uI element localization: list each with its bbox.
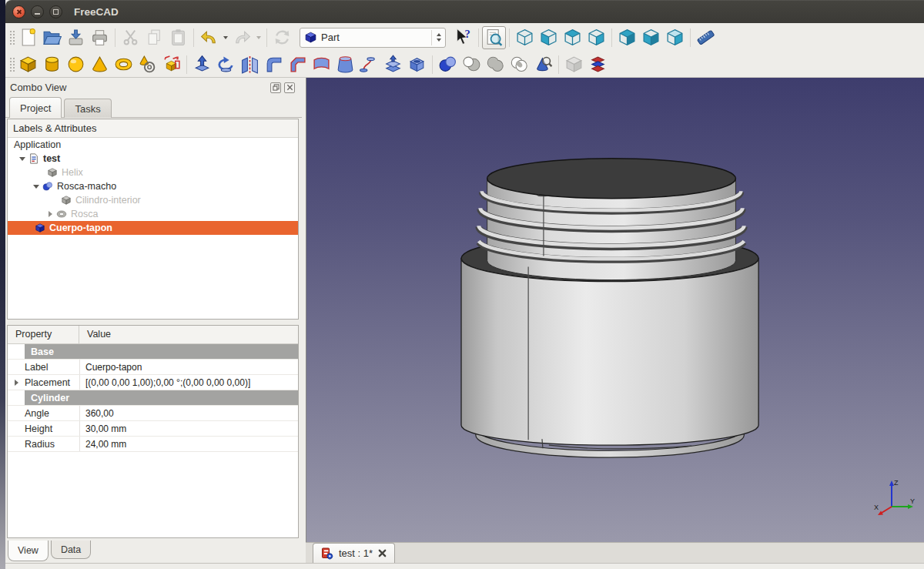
- defeaturing-button[interactable]: [562, 54, 586, 75]
- property-value[interactable]: 30,00 mm: [79, 421, 298, 436]
- refresh-button[interactable]: [270, 26, 294, 49]
- expander-closed-icon[interactable]: [46, 211, 54, 217]
- workbench-selector-spinner[interactable]: [431, 30, 441, 45]
- blue-cube-icon: [35, 223, 45, 233]
- property-value[interactable]: 360,00: [79, 406, 298, 420]
- print-button[interactable]: [88, 26, 112, 49]
- open-button[interactable]: [40, 26, 64, 49]
- sweep-icon: [360, 55, 379, 74]
- rear-view-icon: [618, 28, 637, 47]
- extrude-button[interactable]: [190, 54, 214, 75]
- fillet-icon: [264, 55, 283, 74]
- loft-button[interactable]: [333, 54, 357, 75]
- offset-button[interactable]: [381, 54, 405, 75]
- expander-closed-icon[interactable]: [15, 380, 18, 386]
- section-button[interactable]: [531, 54, 555, 75]
- property-row-placement[interactable]: Placement [(0,00 0,00 1,00);0,00 °;(0,00…: [8, 375, 298, 390]
- expander-open-icon[interactable]: [18, 157, 26, 161]
- union-icon: [486, 55, 505, 74]
- paste-button[interactable]: [166, 26, 190, 49]
- tab-tasks[interactable]: Tasks: [64, 99, 111, 118]
- create-primitives-button[interactable]: [136, 54, 159, 75]
- ruled-surface-button[interactable]: [310, 54, 333, 75]
- minimize-window-button[interactable]: [31, 5, 44, 18]
- property-value[interactable]: Cuerpo-tapon: [79, 360, 298, 374]
- property-row-radius[interactable]: Radius 24,00 mm: [8, 437, 298, 452]
- shape-builder-button[interactable]: [159, 54, 183, 75]
- tree-item-helix[interactable]: Helix: [8, 166, 298, 179]
- fit-all-button[interactable]: [482, 26, 506, 49]
- revolve-button[interactable]: [214, 54, 238, 75]
- cylinder-button[interactable]: [40, 54, 64, 75]
- value-column-header: Value: [79, 326, 111, 343]
- property-value[interactable]: [(0,00 0,00 1,00);0,00 °;(0,00 0,00 0,00…: [79, 375, 298, 390]
- axonometric-view-button[interactable]: [513, 26, 537, 49]
- top-view-button[interactable]: [561, 26, 584, 49]
- close-window-button[interactable]: [12, 5, 25, 18]
- tab-project[interactable]: Project: [9, 97, 62, 118]
- property-group-cylinder[interactable]: Cylinder: [8, 390, 298, 406]
- front-view-button[interactable]: [537, 26, 561, 49]
- boolean-button[interactable]: [436, 54, 460, 75]
- document-tab-test[interactable]: test : 1*: [313, 543, 395, 563]
- close-tab-button[interactable]: [378, 549, 387, 557]
- cross-sections-button[interactable]: [586, 54, 610, 75]
- tree-header: Labels & Attributes: [8, 119, 298, 138]
- property-group-base[interactable]: Base: [8, 344, 298, 360]
- close-panel-button[interactable]: [284, 82, 295, 93]
- undo-button[interactable]: [197, 26, 221, 49]
- tab-view[interactable]: View: [8, 541, 49, 561]
- threaded-jar-model: [306, 78, 924, 542]
- axis-z-label: Z: [894, 479, 899, 487]
- new-document-button[interactable]: [16, 26, 40, 49]
- tree-item-cuerpo-tapon[interactable]: Cuerpo-tapon: [8, 221, 298, 235]
- cut-button[interactable]: [119, 26, 142, 49]
- sphere-button[interactable]: [64, 54, 88, 75]
- axis-x-label: X: [874, 504, 879, 511]
- fillet-button[interactable]: [262, 54, 286, 75]
- tree-item-rosca[interactable]: Rosca: [8, 207, 298, 221]
- torus-button[interactable]: [112, 54, 136, 75]
- property-row-height[interactable]: Height 30,00 mm: [8, 421, 298, 437]
- thickness-button[interactable]: [405, 54, 429, 75]
- model-tree: Labels & Attributes Application test Hel…: [7, 119, 299, 320]
- tree-item-application[interactable]: Application: [8, 138, 298, 152]
- workbench-selector[interactable]: Part: [300, 28, 446, 48]
- tree-item-test[interactable]: test: [8, 152, 298, 166]
- whats-this-button[interactable]: [451, 26, 475, 49]
- left-view-button[interactable]: [663, 26, 687, 49]
- cut-boolean-button[interactable]: [460, 54, 484, 75]
- save-button[interactable]: [64, 26, 88, 49]
- right-view-button[interactable]: [584, 26, 608, 49]
- sweep-button[interactable]: [357, 54, 381, 75]
- 3d-viewport[interactable]: Z Y X: [306, 78, 924, 542]
- measure-button[interactable]: [694, 26, 718, 49]
- tree-item-cilindro-interior[interactable]: Cilindro-interior: [8, 193, 298, 207]
- torus-icon: [114, 55, 133, 74]
- open-folder-icon: [42, 28, 62, 47]
- toolbar-separator: [115, 28, 116, 47]
- redo-button[interactable]: [230, 26, 254, 49]
- rear-view-button[interactable]: [615, 26, 639, 49]
- maximize-window-button[interactable]: [49, 5, 62, 18]
- tree-item-rosca-macho[interactable]: Rosca-macho: [8, 179, 298, 193]
- undo-dropdown-button[interactable]: [221, 26, 230, 49]
- expander-open-icon[interactable]: [32, 185, 40, 189]
- copy-button[interactable]: [142, 26, 166, 49]
- mirror-button[interactable]: [238, 54, 262, 75]
- property-row-angle[interactable]: Angle 360,00: [8, 406, 298, 421]
- toolbar-drag-handle[interactable]: [8, 29, 15, 46]
- toolbar-separator: [509, 28, 510, 47]
- bottom-view-button[interactable]: [639, 26, 663, 49]
- tab-data[interactable]: Data: [51, 541, 91, 559]
- cone-button[interactable]: [88, 54, 112, 75]
- chamfer-button[interactable]: [286, 54, 310, 75]
- property-row-label[interactable]: Label Cuerpo-tapon: [8, 360, 298, 375]
- float-panel-button[interactable]: [270, 82, 281, 93]
- property-value[interactable]: 24,00 mm: [79, 437, 298, 451]
- toolbar-drag-handle[interactable]: [8, 56, 15, 73]
- box-button[interactable]: [16, 54, 40, 75]
- intersection-button[interactable]: [507, 54, 531, 75]
- union-button[interactable]: [484, 54, 507, 75]
- redo-dropdown-button[interactable]: [254, 26, 263, 49]
